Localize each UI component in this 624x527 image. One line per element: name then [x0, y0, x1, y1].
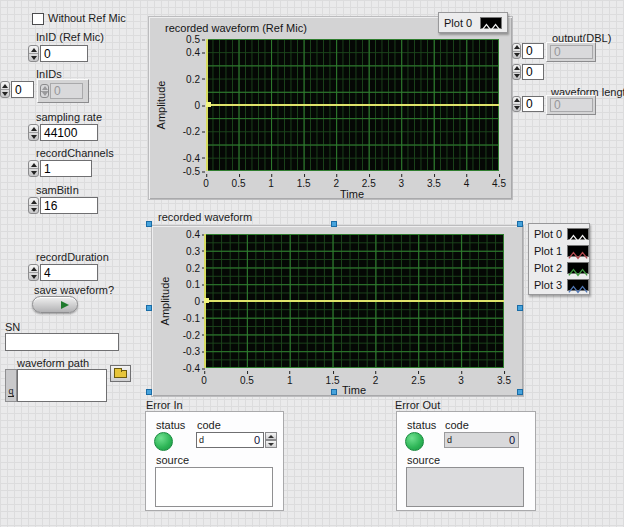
selection-handle[interactable]	[146, 305, 152, 311]
graph-title: recorded waveform	[158, 211, 252, 223]
tick-label: 0	[194, 296, 200, 307]
x-axis-label: Time	[342, 384, 366, 396]
save-waveform-button[interactable]	[32, 296, 78, 313]
plot-legend[interactable]: Plot 0Plot 1Plot 2Plot 3	[528, 223, 590, 295]
tick-label: 0.4	[186, 229, 200, 240]
inid-label: InID (Ref Mic)	[36, 31, 104, 43]
legend-label: Plot 0	[444, 17, 472, 29]
code-field[interactable]: d 0	[196, 432, 264, 448]
radix-indicator: d	[197, 435, 206, 445]
plot-area[interactable]	[204, 234, 504, 368]
sam-bit-in-input[interactable]: 16	[40, 197, 98, 214]
increment-decrement-icon[interactable]	[28, 160, 39, 177]
tick-label: -0.2	[183, 329, 200, 340]
increment-decrement-icon[interactable]	[28, 264, 39, 281]
selection-handle[interactable]	[146, 389, 152, 395]
increment-decrement-icon[interactable]	[28, 197, 39, 214]
sampling-rate-control: 44100	[28, 124, 98, 141]
error-in-cluster: status code d 0 source	[145, 411, 284, 511]
selection-handle[interactable]	[517, 305, 523, 311]
legend-item[interactable]: Plot 1	[530, 242, 588, 259]
record-channels-control: 1	[28, 160, 92, 177]
legend-label: Plot 3	[534, 279, 562, 291]
tick-label: 1	[268, 178, 274, 189]
status-label: status	[156, 419, 185, 431]
sampling-rate-input[interactable]: 44100	[40, 124, 98, 141]
selection-handle[interactable]	[331, 389, 337, 395]
spin-up-icon[interactable]	[265, 432, 277, 440]
tick-label: 0.2	[186, 73, 200, 84]
y-axis-label: Amplitude	[159, 277, 171, 326]
y-axis-scale[interactable]: 0.40.30.20.10-0.1-0.2-0.3-0.4	[174, 234, 202, 368]
tick-label: -0.2	[183, 126, 200, 137]
record-channels-input[interactable]: 1	[40, 160, 92, 177]
source-label: source	[156, 454, 189, 466]
without-ref-mic-checkbox[interactable]	[32, 13, 44, 25]
legend-label: Plot 2	[534, 262, 562, 274]
output-dbl-input-bottom[interactable]: 0	[522, 64, 544, 80]
selection-handle[interactable]	[146, 221, 152, 227]
record-duration-control: 4	[28, 264, 98, 281]
selection-handle[interactable]	[517, 221, 523, 227]
tick-label: 0.5	[186, 34, 200, 45]
x-axis-scale[interactable]: 00.511.522.533.544.5	[206, 175, 499, 187]
selection-handle[interactable]	[517, 389, 523, 395]
sampling-rate-label: sampling rate	[36, 111, 102, 123]
browse-button[interactable]	[110, 365, 131, 382]
legend-item[interactable]: Plot 0	[440, 14, 506, 31]
code-spinner[interactable]	[265, 432, 277, 448]
inids-control: 0	[0, 81, 34, 98]
legend-label: Plot 1	[534, 245, 562, 257]
graph-title: recorded waveform (Ref Mic)	[165, 22, 307, 34]
status-label: status	[407, 419, 436, 431]
plot-area[interactable]	[206, 39, 499, 171]
output-dbl-indicator: 0	[546, 42, 596, 62]
inids-input[interactable]: 0	[11, 81, 34, 98]
waveform-icon	[480, 17, 502, 29]
source-field[interactable]	[155, 467, 273, 507]
waveform-path-label: waveform path	[17, 357, 89, 369]
increment-decrement-icon[interactable]	[28, 124, 39, 141]
increment-decrement-icon[interactable]	[0, 81, 10, 98]
sn-input[interactable]	[5, 333, 119, 351]
inid-input[interactable]: 0	[40, 45, 88, 62]
waveform-icon	[567, 245, 589, 257]
increment-decrement-icon[interactable]	[512, 64, 521, 80]
waveform-length-input[interactable]: 0	[522, 96, 544, 112]
tick-label: 1.5	[326, 375, 340, 386]
tick-label: 0	[203, 178, 209, 189]
tick-label: -0.1	[183, 312, 200, 323]
increment-decrement-icon[interactable]	[512, 96, 521, 112]
x-axis-scale[interactable]: 00.511.522.533.5	[204, 372, 504, 384]
legend-item[interactable]: Plot 2	[530, 259, 588, 276]
tick-label: -0.4	[183, 152, 200, 163]
error-out-cluster: status code d 0 source	[396, 411, 536, 511]
status-led-icon[interactable]	[154, 432, 173, 451]
legend-item[interactable]: Plot 3	[530, 276, 588, 293]
tick-label: 0	[194, 100, 200, 111]
plot-legend[interactable]: Plot 0	[438, 12, 508, 33]
waveform-icon	[567, 262, 589, 274]
tick-label: 0.1	[186, 279, 200, 290]
increment-decrement-icon[interactable]	[512, 43, 521, 59]
waveform-length-control: 0	[512, 96, 544, 112]
output-dbl-input-top[interactable]: 0	[522, 43, 544, 59]
y-axis-scale[interactable]: 0.50.40.20-0.2-0.4-0.5	[174, 39, 202, 171]
tick-label: -0.3	[183, 346, 200, 357]
tick-label: 3	[458, 375, 464, 386]
waveform-path-input[interactable]	[17, 369, 107, 402]
folder-icon	[114, 370, 127, 378]
selection-handle[interactable]	[331, 221, 337, 227]
record-duration-input[interactable]: 4	[40, 264, 98, 281]
spin-down-icon[interactable]	[265, 440, 277, 448]
legend-item[interactable]: Plot 0	[530, 225, 588, 242]
tick-label: 0.5	[232, 178, 246, 189]
tick-label: -0.4	[183, 363, 200, 374]
code-value: 0	[454, 434, 518, 446]
increment-decrement-icon[interactable]	[28, 45, 39, 62]
x-axis-label: Time	[340, 188, 364, 200]
waveform-length-indicator: 0	[546, 95, 596, 115]
tick-label: 0	[201, 375, 207, 386]
without-ref-mic-label: Without Ref Mic	[48, 12, 126, 24]
increment-decrement-icon	[40, 84, 49, 98]
